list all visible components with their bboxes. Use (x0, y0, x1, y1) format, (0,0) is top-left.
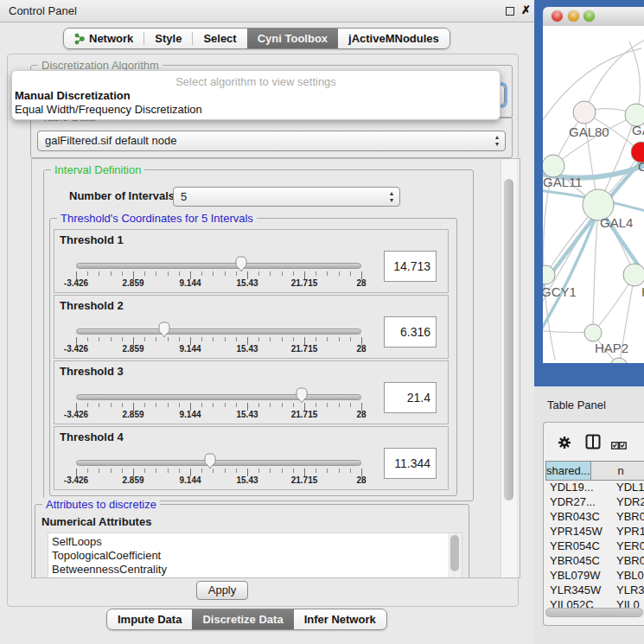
slider-track[interactable] (76, 328, 361, 335)
network-node[interactable] (623, 264, 644, 286)
cell-shared-name: YBR043C (545, 510, 612, 525)
tab-impute-data[interactable]: Impute Data (107, 609, 192, 629)
table-row[interactable]: YDL19...YDL1 (545, 481, 644, 495)
minimize-traffic-light-icon[interactable] (568, 10, 579, 22)
tab-cyni-toolbox[interactable]: Cyni Toolbox (247, 29, 338, 48)
table-header-row: shared... n (545, 461, 644, 481)
cell-name: YPR1 (612, 525, 644, 539)
table-data-combobox[interactable]: galFiltered.sif default node ▴▾ (37, 131, 506, 151)
tab-style[interactable]: Style (144, 29, 192, 48)
cell-name: YLR3 (612, 583, 644, 598)
table-horizontal-scrollbar[interactable] (545, 608, 644, 617)
network-edge[interactable] (553, 115, 636, 166)
cell-shared-name: YLR345W (545, 583, 612, 598)
threshold-value-field[interactable]: 11.344 (384, 448, 437, 479)
tick-label: 28 (356, 475, 366, 485)
float-window-icon[interactable] (506, 7, 514, 16)
close-icon[interactable]: ✗ (521, 3, 531, 16)
cell-shared-name: YIL052C (545, 598, 612, 608)
tick-label: 9.144 (179, 278, 201, 288)
tick-label: 21.715 (291, 475, 318, 485)
number-of-intervals-combobox[interactable]: 5 ▴▾ (173, 187, 400, 207)
apply-button[interactable]: Apply (196, 581, 248, 600)
spinner-arrows-icon[interactable]: ▴▾ (495, 134, 499, 148)
settings-vertical-scrollbar[interactable] (501, 159, 517, 577)
table-row[interactable]: YER054CYER0 (545, 539, 644, 554)
table-row[interactable]: YBR043CYBR0 (545, 510, 644, 525)
table-row[interactable]: YLR345WYLR3 (545, 583, 644, 598)
network-node[interactable] (584, 324, 602, 341)
slider-thumb[interactable] (234, 256, 248, 272)
tab-network[interactable]: Network (64, 29, 143, 48)
tab-select[interactable]: Select (193, 29, 246, 48)
number-of-intervals-value: 5 (181, 190, 187, 203)
tick-label: -3.426 (64, 278, 88, 288)
network-node-label: GAL4 (600, 215, 633, 230)
top-tabbar: NetworkStyleSelectCyni ToolboxjActiveMNo… (63, 28, 450, 49)
tick-label: 15.43 (236, 475, 258, 485)
slider-track[interactable] (76, 263, 361, 269)
slider-major-ticks (76, 337, 362, 345)
threshold-value-field[interactable]: 21.4 (384, 382, 437, 413)
select-columns-icon[interactable] (611, 438, 627, 454)
network-window-titlebar (543, 7, 644, 27)
cell-name: YER0 (612, 539, 644, 554)
algorithm-option-manual[interactable]: Manual Discretization (14, 89, 498, 102)
attribute-item[interactable]: TopologicalCoefficient (48, 549, 462, 563)
gear-icon[interactable] (558, 436, 571, 453)
tab-label: Network (89, 29, 133, 48)
table-body: YDL19...YDL1YDR27...YDR2YBR043CYBR0YPR14… (545, 481, 644, 608)
tick-label: 2.859 (122, 475, 143, 485)
threshold-panel-2: Threshold 2-3.4262.8599.14415.4321.71528… (54, 295, 449, 359)
tab-label: Infer Network (304, 609, 376, 629)
attribute-item[interactable]: BetweennessCentrality (48, 563, 462, 577)
tab-label: Select (203, 29, 236, 48)
spinner-arrows-icon[interactable]: ▴▾ (390, 190, 393, 204)
tick-label: 2.859 (122, 410, 143, 419)
cell-shared-name: YBR045C (545, 554, 612, 569)
tick-label: 9.144 (179, 344, 201, 354)
slider-track[interactable] (76, 460, 361, 466)
algorithm-option-equal-width[interactable]: Equal Width/Frequency Discretization (14, 103, 498, 116)
threshold-value-field[interactable]: 6.316 (384, 316, 437, 348)
table-row[interactable]: YDR27...YDR2 (545, 495, 644, 510)
tab-infer-network[interactable]: Infer Network (294, 609, 386, 629)
tab-label: Discretize Data (202, 609, 283, 629)
table-row[interactable]: YBL079WYBL0 (545, 569, 644, 583)
network-canvas[interactable]: GAL80GACGAL11GAL4GCY1HHAP2 (543, 26, 644, 363)
slider-thumb[interactable] (203, 453, 217, 469)
attributes-group-title: Attributes to discretize (42, 498, 160, 511)
tick-label: -3.426 (64, 344, 88, 354)
thresholds-group-title: Threshold's Coordinates for 5 Intervals (57, 212, 257, 225)
attribute-item[interactable]: SelfLoops (48, 535, 462, 549)
tab-jactivemnodules[interactable]: jActiveMNodules (338, 29, 450, 48)
zoom-traffic-light-icon[interactable] (583, 10, 595, 22)
table-header-shared[interactable]: shared... (545, 461, 591, 481)
slider-thumb[interactable] (157, 322, 171, 338)
tick-label: 28 (356, 344, 366, 354)
threshold-label: Threshold 1 (60, 233, 124, 246)
interval-definition-group: Interval Definition Number of Intervals … (43, 169, 474, 501)
slider-major-ticks (76, 403, 362, 411)
threshold-value-field[interactable]: 14.713 (384, 251, 437, 282)
close-traffic-light-icon[interactable] (552, 10, 563, 22)
table-header-name[interactable]: n (591, 461, 644, 481)
tick-label: 21.715 (291, 278, 318, 288)
table-row[interactable]: YIL052CYIL0 (545, 598, 644, 608)
network-edge[interactable] (584, 38, 644, 112)
slider-thumb[interactable] (295, 387, 309, 404)
cell-shared-name: YER054C (545, 539, 612, 554)
table-row[interactable]: YPR145WYPR1 (545, 525, 644, 539)
tick-label: 15.43 (236, 410, 258, 419)
columns-icon[interactable] (585, 434, 601, 453)
network-window: GAL80GACGAL11GAL4GCY1HHAP2 (534, 0, 644, 386)
attributes-list-scrollbar[interactable] (448, 533, 462, 578)
network-node-label: GA (632, 123, 644, 137)
tab-discretize-data[interactable]: Discretize Data (192, 609, 293, 629)
network-node[interactable] (573, 101, 596, 124)
cell-name: YDR2 (612, 495, 644, 510)
slider-track[interactable] (76, 394, 361, 400)
table-row[interactable]: YBR045CYBR0 (545, 554, 644, 569)
cyni-toolbox-panel: Discretization Algorithm ▴▾ Select algor… (7, 54, 519, 607)
numerical-attributes-list: SelfLoopsTopologicalCoefficientBetweenne… (48, 532, 462, 578)
